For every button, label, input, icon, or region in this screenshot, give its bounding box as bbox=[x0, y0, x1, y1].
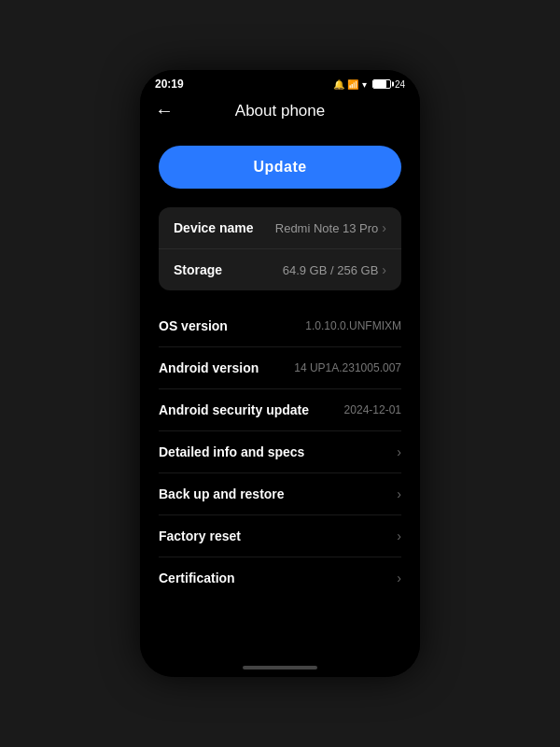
backup-restore-row[interactable]: Back up and restore › bbox=[159, 473, 401, 515]
back-button[interactable]: ← bbox=[155, 100, 174, 121]
device-card: Device name Redmi Note 13 Pro › Storage … bbox=[159, 207, 401, 290]
detailed-info-row[interactable]: Detailed info and specs › bbox=[159, 431, 401, 473]
os-version-value: 1.0.10.0.UNFMIXM bbox=[305, 319, 401, 332]
chevron-icon: › bbox=[397, 444, 401, 459]
certification-label: Certification bbox=[159, 571, 235, 585]
content-area: Update Device name Redmi Note 13 Pro › S… bbox=[140, 131, 420, 660]
phone-frame: 20:19 🔔 📶 ▾ 24 ← About phone Update bbox=[140, 70, 420, 677]
wifi-icon: ▾ bbox=[362, 79, 367, 90]
home-bar bbox=[243, 666, 317, 669]
os-version-label: OS version bbox=[159, 318, 228, 333]
android-version-value: 14 UP1A.231005.007 bbox=[294, 361, 401, 374]
device-name-label: Device name bbox=[174, 220, 254, 235]
screen: 20:19 🔔 📶 ▾ 24 ← About phone Update bbox=[140, 70, 420, 677]
home-indicator bbox=[140, 660, 420, 677]
os-version-row[interactable]: OS version 1.0.10.0.UNFMIXM bbox=[159, 305, 401, 347]
device-name-row[interactable]: Device name Redmi Note 13 Pro › bbox=[159, 207, 401, 249]
chevron-icon: › bbox=[382, 220, 386, 235]
factory-reset-row[interactable]: Factory reset › bbox=[159, 515, 401, 557]
chevron-icon: › bbox=[397, 486, 401, 501]
certification-row[interactable]: Certification › bbox=[159, 557, 401, 599]
storage-value-wrap: 64.9 GB / 256 GB › bbox=[283, 262, 386, 277]
detailed-info-label: Detailed info and specs bbox=[159, 444, 304, 459]
android-version-label: Android version bbox=[159, 360, 259, 375]
status-icons: 🔔 📶 ▾ 24 bbox=[333, 79, 405, 90]
security-update-row[interactable]: Android security update 2024-12-01 bbox=[159, 389, 401, 431]
android-version-row[interactable]: Android version 14 UP1A.231005.007 bbox=[159, 347, 401, 389]
device-name-value-wrap: Redmi Note 13 Pro › bbox=[275, 220, 386, 235]
chevron-icon: › bbox=[397, 529, 401, 543]
notification-icons: 🔔 📶 bbox=[333, 79, 358, 90]
device-name-value: Redmi Note 13 Pro bbox=[275, 221, 379, 235]
storage-value: 64.9 GB / 256 GB bbox=[283, 263, 379, 277]
storage-label: Storage bbox=[174, 262, 222, 277]
update-section: Update bbox=[140, 146, 420, 207]
battery-level: 24 bbox=[395, 79, 405, 90]
top-nav: ← About phone bbox=[140, 94, 420, 131]
update-button[interactable]: Update bbox=[159, 146, 401, 189]
chevron-icon: › bbox=[397, 571, 401, 585]
chevron-icon: › bbox=[382, 262, 386, 277]
security-update-label: Android security update bbox=[159, 402, 309, 417]
page-title: About phone bbox=[235, 102, 325, 120]
security-update-value: 2024-12-01 bbox=[344, 403, 401, 416]
backup-restore-label: Back up and restore bbox=[159, 486, 285, 501]
storage-row[interactable]: Storage 64.9 GB / 256 GB › bbox=[159, 249, 401, 290]
battery-icon bbox=[372, 79, 391, 89]
status-time: 20:19 bbox=[155, 78, 184, 91]
notch bbox=[252, 70, 308, 76]
info-list: OS version 1.0.10.0.UNFMIXM Android vers… bbox=[140, 305, 420, 599]
factory-reset-label: Factory reset bbox=[159, 529, 241, 543]
